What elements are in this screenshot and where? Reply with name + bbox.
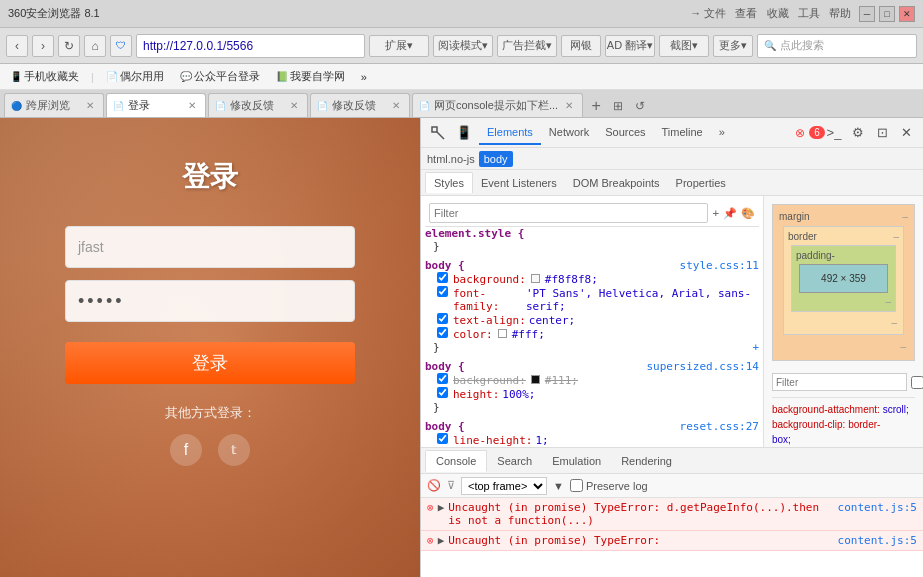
- more-label: »: [361, 71, 367, 83]
- breadcrumb-body[interactable]: body: [479, 151, 513, 167]
- style-prop-row: line-height: 1;: [425, 433, 759, 447]
- tab-sources[interactable]: Sources: [597, 121, 653, 145]
- add-filter-icon[interactable]: +: [712, 207, 719, 220]
- box-model-panel: margin – border – padding-: [763, 196, 923, 447]
- more-button[interactable]: 更多▾: [713, 35, 753, 57]
- box-filter-input[interactable]: [772, 373, 907, 391]
- twitter-icon[interactable]: 𝕥: [218, 434, 250, 466]
- frame-selector[interactable]: <top frame>: [461, 477, 547, 495]
- refresh-button[interactable]: ↻: [58, 35, 80, 57]
- show-inherited-checkbox[interactable]: [911, 376, 923, 389]
- tab-reload-button[interactable]: ↺: [629, 95, 651, 117]
- prop-checkbox[interactable]: [437, 433, 448, 444]
- tab-feedback1[interactable]: 📄 修改反馈 ✕: [208, 93, 308, 117]
- tab-close-button[interactable]: ✕: [185, 99, 199, 113]
- tab-close-button[interactable]: ✕: [83, 99, 97, 113]
- tab-cross-screen[interactable]: 🔵 跨屏浏览 ✕: [4, 93, 104, 117]
- breadcrumb-html[interactable]: html.no-js: [427, 153, 475, 165]
- tab-console[interactable]: 📄 网页console提示如下栏... ✕: [412, 93, 583, 117]
- tab-network[interactable]: Network: [541, 121, 597, 145]
- bookmark-study[interactable]: 📗 我要自学网: [272, 67, 349, 86]
- devtools-close-btn[interactable]: ✕: [895, 122, 917, 144]
- login-button[interactable]: 登录: [65, 342, 355, 384]
- devtools-console-btn[interactable]: >_: [823, 122, 845, 144]
- home-button[interactable]: ⌂: [84, 35, 106, 57]
- expand-frame-icon[interactable]: ▼: [553, 480, 564, 492]
- tab-feedback2[interactable]: 📄 修改反馈 ✕: [310, 93, 410, 117]
- filter-input[interactable]: [429, 203, 708, 223]
- new-tab-button[interactable]: +: [585, 95, 607, 117]
- adblock-button[interactable]: 广告拦截▾: [497, 35, 557, 57]
- username-input[interactable]: jfast: [65, 226, 355, 268]
- style-source-link[interactable]: reset.css:27: [680, 420, 759, 433]
- style-rule-body-1: body { style.css:11 background: #f8f8f8;…: [425, 259, 759, 354]
- tab-close-button[interactable]: ✕: [287, 99, 301, 113]
- expand-arrow[interactable]: ▶: [438, 534, 445, 547]
- expand-arrow[interactable]: ▶: [438, 501, 445, 514]
- extensions-button[interactable]: 扩展▾: [369, 35, 429, 57]
- bookmark-occasional[interactable]: 📄 偶尔用用: [102, 67, 168, 86]
- reader-button[interactable]: 阅读模式▾: [433, 35, 493, 57]
- translate-button[interactable]: AD 翻译▾: [605, 35, 655, 57]
- tab-list-button[interactable]: ⊞: [607, 95, 629, 117]
- prop-value: #f8f8f8;: [545, 273, 598, 286]
- error-source-1[interactable]: content.js:5: [838, 501, 917, 514]
- console-tab-console[interactable]: Console: [425, 450, 487, 472]
- devtools-settings-btn[interactable]: ⚙: [847, 122, 869, 144]
- tab-close-button[interactable]: ✕: [389, 99, 403, 113]
- forward-button[interactable]: ›: [32, 35, 54, 57]
- prop-checkbox[interactable]: [437, 373, 448, 384]
- error-source-2[interactable]: content.js:5: [838, 534, 917, 547]
- style-source-link[interactable]: style.css:11: [680, 259, 759, 272]
- filter-console-icon[interactable]: ⊽: [447, 479, 455, 492]
- facebook-icon[interactable]: f: [170, 434, 202, 466]
- error-button[interactable]: ⊗ 6: [799, 122, 821, 144]
- console-tab-rendering[interactable]: Rendering: [611, 451, 682, 471]
- bookmark-more[interactable]: »: [357, 69, 371, 85]
- bookmark-mobile[interactable]: 📱 手机收藏夹: [6, 67, 83, 86]
- inspect-element-button[interactable]: [427, 122, 449, 144]
- screenshot-button[interactable]: 截图▾: [659, 35, 709, 57]
- address-bar[interactable]: http://127.0.0.1/5566: [136, 34, 365, 58]
- tab-elements[interactable]: Elements: [479, 121, 541, 145]
- password-input[interactable]: •••••: [65, 280, 355, 322]
- breadcrumb-bar: html.no-js body: [421, 148, 923, 170]
- search-bar[interactable]: 🔍 点此搜索: [757, 34, 917, 58]
- tab-more[interactable]: »: [711, 121, 733, 145]
- prop-checkbox[interactable]: [437, 313, 448, 324]
- maximize-button[interactable]: □: [879, 6, 895, 22]
- tab-timeline[interactable]: Timeline: [654, 121, 711, 145]
- style-prop-row: background: #111;: [425, 373, 759, 387]
- bookmark-wechat[interactable]: 💬 公众平台登录: [176, 67, 264, 86]
- color-swatch[interactable]: [531, 274, 540, 283]
- bookmark-label: 手机收藏夹: [24, 69, 79, 84]
- prop-checkbox[interactable]: [437, 327, 448, 338]
- tab-close-button[interactable]: ✕: [562, 99, 576, 113]
- box-padding-row: padding-: [796, 250, 891, 261]
- close-button[interactable]: ✕: [899, 6, 915, 22]
- netbank-button[interactable]: 网银: [561, 35, 601, 57]
- prop-checkbox[interactable]: [437, 272, 448, 283]
- console-tab-search[interactable]: Search: [487, 451, 542, 471]
- style-source-link[interactable]: supersized.css:14: [646, 360, 759, 373]
- console-tab-emulation[interactable]: Emulation: [542, 451, 611, 471]
- styles-tab-dom-breakpoints[interactable]: DOM Breakpoints: [565, 173, 668, 193]
- mobile-view-button[interactable]: 📱: [453, 122, 475, 144]
- styles-tab-styles[interactable]: Styles: [425, 172, 473, 193]
- preserve-log-checkbox[interactable]: [570, 479, 583, 492]
- tab-login[interactable]: 📄 登录 ✕: [106, 93, 206, 117]
- devtools-dock-btn[interactable]: ⊡: [871, 122, 893, 144]
- add-rule-button[interactable]: +: [752, 341, 759, 354]
- clear-console-icon[interactable]: 🚫: [427, 479, 441, 492]
- box-filter-row: Show inherited: [772, 367, 915, 398]
- minimize-button[interactable]: ─: [859, 6, 875, 22]
- back-button[interactable]: ‹: [6, 35, 28, 57]
- styles-tab-properties[interactable]: Properties: [668, 173, 734, 193]
- color-swatch[interactable]: [531, 375, 540, 384]
- color-swatch[interactable]: [498, 329, 507, 338]
- prop-checkbox[interactable]: [437, 286, 448, 297]
- prop-checkbox[interactable]: [437, 387, 448, 398]
- devtools-tabs: Elements Network Sources Timeline »: [479, 121, 733, 145]
- box-style-rule-3: box;: [772, 432, 915, 447]
- styles-tab-event-listeners[interactable]: Event Listeners: [473, 173, 565, 193]
